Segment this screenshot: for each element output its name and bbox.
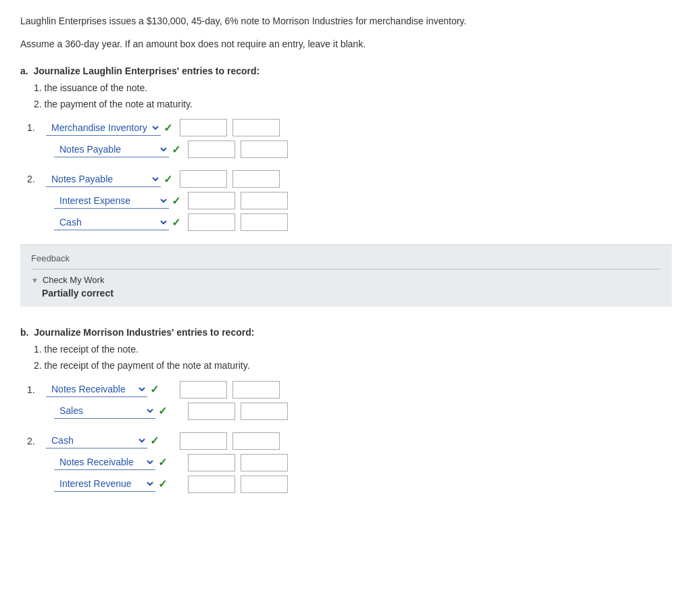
table-row: Sales Notes Receivable Cash Interest Rev… — [54, 403, 672, 420]
debit-input-2a[interactable] — [180, 170, 227, 188]
account-select-wrapper: Notes Receivable Cash Sales Interest Rev… — [54, 455, 182, 470]
credit-input-2a[interactable] — [232, 170, 280, 188]
debit-input-1b[interactable] — [188, 140, 235, 158]
credit-input-1a[interactable] — [232, 119, 280, 136]
credit-input-1b[interactable] — [241, 140, 288, 158]
table-row: 2. Notes Payable Merchandise Inventory C… — [27, 170, 672, 188]
intro-line-1: Laughlin Enterprises issues a $130,000, … — [20, 14, 672, 28]
table-row: 2. Cash Notes Receivable Sales Interest … — [27, 432, 672, 450]
check-my-work-label: Check My Work — [43, 275, 105, 285]
account-select-wrapper: Cash Notes Payable Interest Expense Merc… — [54, 215, 182, 230]
section-a-entry-1: 1. Merchandise Inventory Notes Payable C… — [27, 119, 672, 158]
section-b-instructions: 1. the receipt of the note. 2. the recei… — [34, 342, 672, 374]
credit-input-b1b[interactable] — [241, 403, 288, 420]
feedback-status: Partially correct — [42, 288, 661, 299]
account-select-sales[interactable]: Sales Notes Receivable Cash Interest Rev… — [54, 403, 155, 419]
check-icon-2: ✓ — [172, 143, 180, 156]
triangle-icon: ▼ — [31, 276, 39, 284]
account-select-merchandise-inventory[interactable]: Merchandise Inventory Notes Payable Cash… — [46, 120, 161, 136]
section-b-entry-1: 1. Notes Receivable Sales Cash Interest … — [27, 381, 672, 420]
account-select-cash-2[interactable]: Cash Notes Receivable Sales Interest Rev… — [46, 433, 147, 448]
check-icon-b4: ✓ — [158, 456, 167, 469]
debit-input-b2c[interactable] — [188, 476, 235, 493]
check-icon-b2: ✓ — [158, 405, 167, 417]
account-select-wrapper: Notes Receivable Sales Cash Interest Rev… — [46, 382, 174, 397]
account-select-wrapper: Sales Notes Receivable Cash Interest Rev… — [54, 403, 182, 419]
section-a-entry-2: 2. Notes Payable Merchandise Inventory C… — [27, 170, 672, 231]
section-a-label: a. Journalize Laughlin Enterprises' entr… — [20, 66, 672, 76]
check-icon-5: ✓ — [172, 216, 180, 229]
check-icon-4: ✓ — [172, 195, 180, 207]
check-icon-1: ✓ — [164, 122, 172, 134]
credit-input-2c[interactable] — [241, 213, 288, 231]
account-select-wrapper: Merchandise Inventory Notes Payable Cash… — [46, 120, 174, 136]
check-icon-b3: ✓ — [150, 434, 159, 447]
debit-input-b1b[interactable] — [188, 403, 235, 420]
table-row: 1. Notes Receivable Sales Cash Interest … — [27, 381, 672, 399]
credit-input-b1a[interactable] — [232, 381, 280, 399]
credit-input-b2a[interactable] — [232, 432, 280, 450]
account-select-notes-receivable-2[interactable]: Notes Receivable Cash Sales Interest Rev… — [54, 455, 155, 470]
feedback-box: Feedback ▼ Check My Work Partially corre… — [20, 245, 672, 307]
account-select-notes-payable-2[interactable]: Notes Payable Merchandise Inventory Cash… — [46, 172, 161, 187]
debit-input-1a[interactable] — [180, 119, 227, 136]
credit-input-b2b[interactable] — [241, 454, 288, 471]
account-select-wrapper: Notes Payable Merchandise Inventory Cash… — [46, 172, 174, 187]
check-icon-b5: ✓ — [158, 478, 167, 490]
entry-number-2: 2. — [27, 174, 41, 184]
credit-input-b2c[interactable] — [241, 476, 288, 493]
debit-input-b1a[interactable] — [180, 381, 227, 399]
entry-number-b2: 2. — [27, 436, 41, 446]
account-select-wrapper: Cash Notes Receivable Sales Interest Rev… — [46, 433, 174, 448]
account-select-wrapper: Notes Payable Merchandise Inventory Cash… — [54, 142, 182, 157]
feedback-title: Feedback — [31, 253, 661, 263]
table-row: 1. Merchandise Inventory Notes Payable C… — [27, 119, 672, 136]
entry-number-b1: 1. — [27, 384, 41, 395]
debit-input-b2a[interactable] — [180, 432, 227, 450]
account-select-notes-payable-1[interactable]: Notes Payable Merchandise Inventory Cash… — [54, 142, 169, 157]
table-row: Cash Notes Payable Interest Expense Merc… — [54, 213, 672, 231]
debit-input-b2b[interactable] — [188, 454, 235, 471]
section-b-entry-2: 2. Cash Notes Receivable Sales Interest … — [27, 432, 672, 493]
table-row: Notes Payable Merchandise Inventory Cash… — [54, 140, 672, 158]
check-icon-b1: ✓ — [150, 383, 159, 396]
section-b-label: b. Journalize Morrison Industries' entri… — [20, 327, 672, 338]
check-my-work-row[interactable]: ▼ Check My Work — [31, 275, 661, 285]
table-row: Notes Receivable Cash Sales Interest Rev… — [54, 454, 672, 471]
account-select-cash-1[interactable]: Cash Notes Payable Interest Expense Merc… — [54, 215, 169, 230]
account-select-interest-expense[interactable]: Interest Expense Notes Payable Cash Merc… — [54, 193, 169, 209]
table-row: Interest Expense Notes Payable Cash Merc… — [54, 192, 672, 209]
intro-line-2: Assume a 360-day year. If an amount box … — [20, 36, 672, 51]
debit-input-2c[interactable] — [188, 213, 235, 231]
entry-number-1: 1. — [27, 122, 41, 133]
section-a-instructions: 1. the issuance of the note. 2. the paym… — [34, 80, 672, 113]
debit-input-2b[interactable] — [188, 192, 235, 209]
account-select-wrapper: Interest Revenue Cash Notes Receivable S… — [54, 476, 182, 492]
check-icon-3: ✓ — [164, 173, 172, 186]
account-select-notes-receivable-1[interactable]: Notes Receivable Sales Cash Interest Rev… — [46, 382, 147, 397]
account-select-interest-revenue[interactable]: Interest Revenue Cash Notes Receivable S… — [54, 476, 155, 492]
table-row: Interest Revenue Cash Notes Receivable S… — [54, 476, 672, 493]
account-select-wrapper: Interest Expense Notes Payable Cash Merc… — [54, 193, 182, 209]
credit-input-2b[interactable] — [241, 192, 288, 209]
